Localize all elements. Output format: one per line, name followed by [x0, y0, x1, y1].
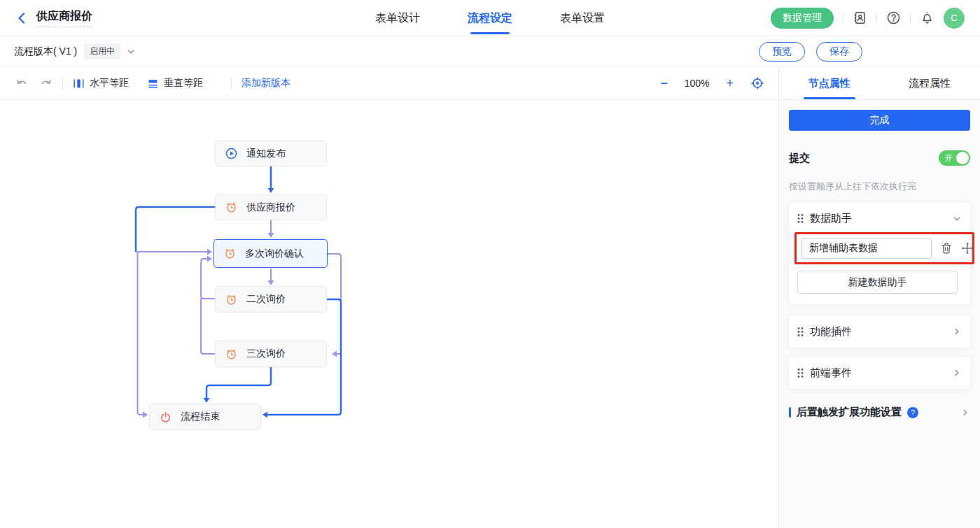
page-title: 供应商报价: [36, 9, 92, 27]
panel-body: 完成 提交 开 按设置顺序从上往下依次执行完: [779, 100, 980, 528]
tab-flow-setting[interactable]: 流程设定: [466, 1, 514, 34]
tab-node-properties[interactable]: 节点属性: [779, 67, 880, 99]
plugin-section-label: 功能插件: [810, 325, 852, 338]
app-root: 供应商报价 表单设计 流程设定 表单设置 数据管理: [0, 0, 980, 528]
divider: [843, 13, 844, 23]
clock-icon: [225, 348, 237, 360]
submit-label: 提交: [789, 152, 810, 165]
status-badge: 启用中: [84, 43, 120, 59]
execution-order-hint: 按设置顺序从上往下依次执行完: [789, 180, 970, 193]
contacts-icon[interactable]: [853, 10, 867, 25]
help-icon[interactable]: [886, 10, 901, 25]
save-button[interactable]: 保存: [816, 42, 862, 62]
flow-node-confirm[interactable]: 多次询价确认: [214, 239, 328, 268]
flow-node-third-inquiry[interactable]: 三次询价: [215, 341, 327, 367]
data-manage-button[interactable]: 数据管理: [771, 8, 834, 29]
add-version-link[interactable]: 添加新版本: [241, 77, 290, 90]
chevron-right-icon: [952, 327, 962, 336]
toggle-on-label: 开: [944, 152, 953, 164]
submit-row: 提交 开: [789, 150, 970, 166]
back-button[interactable]: [15, 12, 28, 24]
flow-edges: [0, 100, 778, 528]
divider: [910, 13, 911, 23]
data-helper-card: 数据助手 新增辅助表数据: [789, 203, 970, 304]
drag-handle-icon[interactable]: [797, 368, 804, 378]
horizontal-distribute-button[interactable]: 水平等距: [73, 77, 129, 90]
tab-flow-properties[interactable]: 流程属性: [880, 67, 980, 99]
zoom-controls: − 100% +: [660, 76, 764, 90]
version-dropdown[interactable]: [126, 47, 136, 57]
zoom-in-button[interactable]: +: [726, 77, 734, 90]
clock-icon: [225, 294, 237, 306]
fit-center-icon[interactable]: [750, 76, 764, 90]
done-button[interactable]: 完成: [789, 110, 970, 131]
drag-handle-icon[interactable]: [797, 213, 804, 224]
node-label: 供应商报价: [246, 201, 295, 214]
question-badge-icon[interactable]: ?: [907, 407, 918, 418]
canvas-toolbar: 水平等距 垂直等距 添加新版本 − 100% +: [0, 67, 778, 100]
drag-handle-icon[interactable]: [797, 327, 804, 337]
zoom-level: 100%: [685, 78, 710, 89]
helper-item-input[interactable]: 新增辅助表数据: [802, 238, 932, 259]
move-icon[interactable]: [961, 242, 974, 255]
red-highlight-annotation: 新增辅助表数据: [794, 232, 974, 264]
vertical-distribute-button[interactable]: 垂直等距: [147, 77, 203, 90]
chevron-right-icon: [952, 368, 962, 378]
header-tabs: 表单设计 流程设定 表单设置: [374, 1, 606, 34]
version-actions: 预览 保存: [759, 42, 862, 62]
redo-icon[interactable]: [39, 78, 52, 90]
submit-toggle[interactable]: 开: [939, 150, 970, 166]
tab-form-design[interactable]: 表单设计: [374, 1, 421, 34]
undo-icon[interactable]: [15, 78, 29, 90]
notification-bell-icon[interactable]: [920, 10, 934, 25]
chevron-right-icon: [960, 408, 970, 418]
delete-icon[interactable]: [940, 242, 953, 255]
main-area: 水平等距 垂直等距 添加新版本 − 100% +: [0, 67, 980, 528]
post-trigger-label: 后置触发扩展功能设置: [797, 406, 902, 419]
user-avatar[interactable]: C: [944, 8, 965, 29]
back-chevron-icon: [15, 12, 28, 24]
new-data-helper-button[interactable]: 新建数据助手: [797, 271, 958, 294]
flow-node-second-inquiry[interactable]: 二次询价: [215, 286, 327, 313]
node-label: 流程结束: [181, 411, 220, 423]
frontend-event-section[interactable]: 前端事件: [789, 357, 970, 389]
clock-icon: [224, 248, 236, 259]
zoom-out-button[interactable]: −: [660, 77, 668, 90]
flow-canvas[interactable]: 通知发布 供应商报价: [0, 100, 778, 528]
node-label: 多次询价确认: [245, 248, 304, 260]
section-accent-bar: [789, 407, 791, 418]
horizontal-distribute-icon: [73, 78, 85, 90]
preview-button[interactable]: 预览: [759, 42, 805, 62]
divider: [876, 13, 877, 23]
frontend-event-label: 前端事件: [810, 366, 852, 380]
canvas-column: 水平等距 垂直等距 添加新版本 − 100% +: [0, 67, 779, 528]
version-label: 流程版本( V1 ): [14, 45, 77, 58]
properties-panel: 节点属性 流程属性 完成 提交 开 按设置顺序从上往下依次执行完: [779, 67, 980, 528]
toggle-knob: [956, 152, 969, 164]
flow-node-end[interactable]: 流程结束: [149, 404, 261, 430]
header-actions: 数据管理: [771, 8, 965, 29]
vertical-distribute-icon: [147, 78, 159, 90]
play-icon: [225, 148, 237, 159]
data-helper-header[interactable]: 数据助手: [797, 212, 962, 225]
chevron-down-icon: [126, 47, 136, 57]
node-label: 二次询价: [246, 293, 286, 306]
vertical-distribute-label: 垂直等距: [164, 77, 203, 90]
chevron-down-icon[interactable]: [952, 214, 962, 224]
tab-form-setup[interactable]: 表单设置: [559, 1, 606, 34]
node-label: 通知发布: [246, 148, 286, 160]
post-trigger-row[interactable]: 后置触发扩展功能设置 ?: [789, 406, 970, 419]
plugin-section[interactable]: 功能插件: [789, 315, 970, 348]
divider: [62, 78, 63, 89]
top-header: 供应商报价 表单设计 流程设定 表单设置 数据管理: [0, 0, 980, 36]
horizontal-distribute-label: 水平等距: [90, 77, 129, 90]
power-icon: [160, 411, 172, 423]
version-bar: 流程版本( V1 ) 启用中 预览 保存: [0, 36, 980, 67]
panel-tabs: 节点属性 流程属性: [779, 67, 980, 100]
clock-icon: [225, 201, 237, 213]
flow-node-supplier-quote[interactable]: 供应商报价: [215, 194, 327, 220]
node-label: 三次询价: [246, 348, 286, 360]
data-helper-title: 数据助手: [810, 212, 852, 225]
divider: [231, 78, 232, 89]
flow-node-notify[interactable]: 通知发布: [215, 141, 327, 166]
